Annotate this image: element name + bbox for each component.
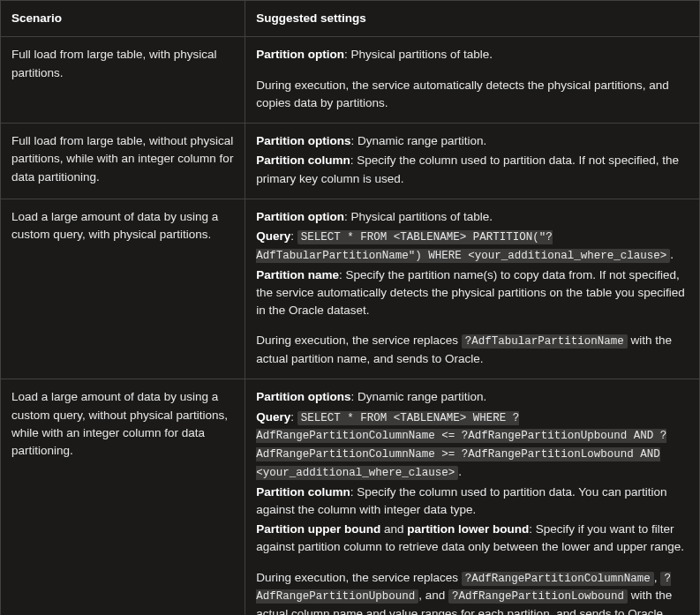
value: : Dynamic range partition. — [350, 134, 486, 147]
inline-code: ?AdfTabularPartitionName — [462, 334, 628, 349]
scenario-cell: Full load from large table, with physica… — [1, 37, 245, 124]
settings-table: Scenario Suggested settings Full load fr… — [0, 0, 700, 615]
label: Partition option — [256, 210, 344, 223]
label: Partition options — [256, 390, 350, 403]
suggested-cell: Partition options: Dynamic range partiti… — [245, 379, 700, 615]
scenario-cell: Load a large amount of data by using a c… — [1, 199, 245, 379]
exec-note: During execution, the service replaces ?… — [256, 569, 689, 616]
label: Partition column — [256, 485, 350, 499]
exec-note: During execution, the service automatica… — [256, 77, 689, 113]
label: Query — [256, 229, 290, 243]
suggested-cell: Partition option: Physical partitions of… — [245, 37, 700, 124]
label: Query — [256, 410, 290, 424]
table-row: Load a large amount of data by using a c… — [1, 199, 700, 379]
label: partition lower bound — [407, 522, 529, 536]
value: : Dynamic range partition. — [350, 390, 486, 403]
inline-code: ?AdfRangePartitionLowbound — [448, 589, 628, 604]
table-header-row: Scenario Suggested settings — [1, 1, 700, 37]
and-word: and — [380, 522, 407, 536]
inline-code: ?AdfRangePartitionColumnName — [462, 572, 654, 586]
label: Partition options — [256, 134, 350, 147]
label: Partition option — [256, 48, 344, 61]
query-code: SELECT * FROM <TABLENAME> PARTITION("?Ad… — [256, 230, 670, 263]
value: : Physical partitions of table. — [344, 210, 493, 223]
table-row: Full load from large table, without phys… — [1, 124, 700, 199]
table-row: Full load from large table, with physica… — [1, 37, 700, 124]
scenario-cell: Full load from large table, without phys… — [1, 124, 245, 199]
suggested-cell: Partition option: Physical partitions of… — [245, 199, 700, 379]
label: Partition name — [256, 268, 339, 281]
label: Partition column — [256, 154, 350, 167]
value: Physical partitions of table. — [348, 48, 493, 61]
table-row: Load a large amount of data by using a c… — [1, 379, 700, 615]
exec-note: During execution, the service replaces ?… — [256, 332, 689, 368]
header-scenario: Scenario — [1, 1, 245, 37]
suggested-cell: Partition options: Dynamic range partiti… — [245, 124, 700, 199]
label: Partition upper bound — [256, 522, 380, 536]
scenario-cell: Load a large amount of data by using a c… — [1, 379, 245, 615]
header-suggested: Suggested settings — [245, 1, 700, 37]
